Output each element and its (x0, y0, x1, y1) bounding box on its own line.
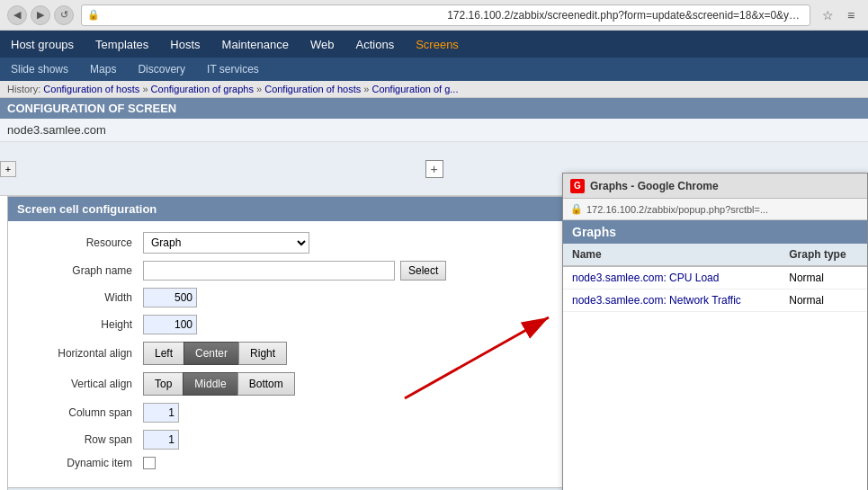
colspan-label: Column span (26, 406, 143, 419)
valign-label: Vertical align (26, 378, 143, 390)
config-header: CONFIGURATION OF SCREEN (0, 98, 868, 119)
popup-titlebar: G Graphs - Google Chrome (563, 174, 867, 199)
colspan-input[interactable] (143, 403, 179, 423)
nav-screens[interactable]: Screens (405, 31, 470, 58)
resource-select[interactable]: Graph Simple graph Map Plain text URL (143, 232, 309, 254)
colspan-control (143, 403, 179, 423)
popup-table-name-header: Name (563, 244, 780, 266)
height-input[interactable] (143, 315, 197, 334)
reload-button[interactable]: ↺ (54, 5, 74, 25)
popup-row-1-type: Normal (780, 266, 867, 290)
graph-name-label: Graph name (26, 264, 143, 277)
nav-web[interactable]: Web (300, 31, 345, 58)
top-navigation: Host groups Templates Hosts Maintenance … (0, 31, 868, 58)
height-control (143, 315, 197, 334)
history-bar: History: Configuration of hosts » Config… (0, 81, 868, 98)
valign-buttons: Top Middle Bottom (143, 372, 295, 396)
valign-top-button[interactable]: Top (143, 372, 183, 396)
valign-middle-button[interactable]: Middle (183, 372, 237, 396)
graph-name-input[interactable] (143, 261, 395, 281)
rowspan-input[interactable] (143, 430, 179, 450)
halign-buttons: Left Center Right (143, 342, 287, 365)
rowspan-label: Row span (26, 433, 143, 446)
screen-add-button[interactable]: + (425, 160, 443, 178)
back-button[interactable]: ◀ (7, 5, 27, 25)
valign-bottom-button[interactable]: Bottom (237, 372, 295, 396)
height-label: Height (26, 318, 143, 331)
star-button[interactable]: ☆ (818, 5, 837, 25)
halign-center-button[interactable]: Center (183, 342, 238, 365)
select-button[interactable]: Select (400, 261, 446, 281)
popup-icon: G (570, 179, 585, 193)
table-row: node3.samlee.com: Network Traffic Normal (563, 290, 867, 312)
menu-button[interactable]: ≡ (841, 5, 861, 25)
dynamic-checkbox[interactable] (143, 457, 156, 469)
rowspan-control (143, 430, 179, 450)
halign-left-button[interactable]: Left (143, 342, 183, 365)
width-control (143, 288, 197, 307)
popup-row-1-link[interactable]: node3.samlee.com: CPU Load (572, 272, 719, 284)
history-item-4[interactable]: Configuration of g... (371, 84, 458, 94)
sub-navigation: Slide shows Maps Discovery IT services (0, 58, 868, 81)
popup-row-2-name: node3.samlee.com: Network Traffic (563, 290, 780, 312)
popup-address: 🔒 172.16.100.2/zabbix/popup.php?srctbl=.… (563, 199, 867, 220)
halign-right-button[interactable]: Right (238, 342, 287, 365)
popup-window: G Graphs - Google Chrome 🔒 172.16.100.2/… (562, 173, 868, 490)
subnav-slide-shows[interactable]: Slide shows (0, 58, 79, 81)
nav-host-groups[interactable]: Host groups (0, 31, 85, 58)
nav-maintenance[interactable]: Maintenance (211, 31, 300, 58)
graph-name-control: Select (143, 261, 446, 281)
dynamic-label: Dynamic item (26, 457, 143, 469)
popup-content-header: Graphs (563, 220, 867, 244)
dynamic-control (143, 457, 156, 469)
history-item-1[interactable]: Configuration of hosts (43, 84, 139, 94)
resource-control: Graph Simple graph Map Plain text URL (143, 232, 309, 254)
halign-label: Horizontal align (26, 347, 143, 360)
nav-templates[interactable]: Templates (85, 31, 159, 58)
table-row: node3.samlee.com: CPU Load Normal (563, 266, 867, 290)
popup-row-2-link[interactable]: node3.samlee.com: Network Traffic (572, 294, 741, 307)
popup-body: Graphs Name Graph type node3.samlee.com:… (563, 220, 867, 490)
width-input[interactable] (143, 288, 197, 307)
popup-row-1-name: node3.samlee.com: CPU Load (563, 266, 780, 290)
history-item-2[interactable]: Configuration of graphs (151, 84, 254, 94)
browser-actions: ☆ ≡ (818, 5, 861, 25)
valign-control: Top Middle Bottom (143, 372, 295, 396)
subnav-it-services[interactable]: IT services (196, 58, 270, 81)
main-content: + + Screen cell configuration Resource G… (0, 142, 868, 490)
row-expand-left[interactable]: + (0, 161, 16, 177)
browser-chrome: ◀ ▶ ↺ 🔒 172.16.100.2/zabbix/screenedit.p… (0, 0, 868, 31)
halign-control: Left Center Right (143, 342, 287, 365)
subnav-maps[interactable]: Maps (79, 58, 127, 81)
browser-nav-buttons: ◀ ▶ ↺ (7, 5, 74, 25)
width-label: Width (26, 291, 143, 304)
nav-hosts[interactable]: Hosts (159, 31, 210, 58)
popup-row-2-type: Normal (780, 290, 867, 312)
popup-title: Graphs - Google Chrome (590, 180, 719, 192)
nav-actions[interactable]: Actions (345, 31, 406, 58)
host-name: node3.samlee.com (0, 119, 868, 142)
forward-button[interactable]: ▶ (31, 5, 50, 25)
address-bar[interactable]: 🔒 172.16.100.2/zabbix/screenedit.php?for… (81, 4, 810, 26)
resource-label: Resource (26, 236, 143, 249)
popup-table-type-header: Graph type (780, 244, 867, 266)
popup-table: Name Graph type node3.samlee.com: CPU Lo… (563, 244, 867, 312)
subnav-discovery[interactable]: Discovery (127, 58, 196, 81)
history-item-3[interactable]: Configuration of hosts (264, 84, 361, 94)
history-label: History: (7, 84, 40, 94)
